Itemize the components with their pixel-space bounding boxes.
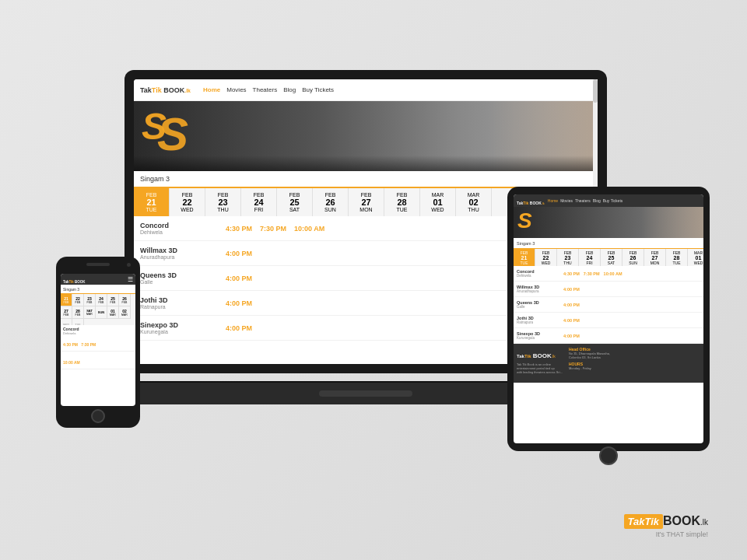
laptop-logo: TakTik BOOK.lk <box>140 86 191 94</box>
phone-logo: TakTik BOOK <box>63 274 86 286</box>
p-date-7[interactable]: 28FEB <box>72 306 84 319</box>
tablet-nav-tickets[interactable]: Buy Tickets <box>603 198 623 203</box>
p-date-1[interactable]: 22FEB <box>72 294 84 306</box>
show-times: 4:00 PM <box>226 250 252 257</box>
p-date-11[interactable]: 02MAR <box>119 306 131 319</box>
t-time-2[interactable]: 7:30 PM <box>584 271 600 276</box>
brand-tak: Tak <box>628 516 645 527</box>
show-time-1[interactable]: 4:00 PM <box>226 275 252 282</box>
show-time-2[interactable]: 7:30 PM <box>260 225 286 233</box>
p-time-3[interactable]: 10:00 AM <box>63 360 80 365</box>
logo-book: BOOK <box>162 86 185 94</box>
date-cell-5[interactable]: FEB 26 SUN <box>313 188 349 216</box>
theater-info: Jothi 3D Ratnapura <box>140 296 226 310</box>
show-time-3[interactable]: 10:00 AM <box>294 225 324 233</box>
phone-menu-icon[interactable]: ☰ <box>128 276 133 283</box>
phone-screen: TakTik BOOK ☰ Singam 3 21FEB 22FEB 23FEB… <box>61 274 135 406</box>
date-cell-0[interactable]: FEB 21 TUE <box>134 188 170 216</box>
brand-book: BOOK <box>663 514 700 528</box>
nav-links: Home Movies Theaters Blog Buy Tickets <box>203 86 334 93</box>
p-theater-loc: Dehiwela <box>63 331 133 335</box>
t-date-3[interactable]: FEB24FRI <box>579 249 601 266</box>
tablet-nav-links: Home Movies Theaters Blog Buy Tickets <box>548 198 623 203</box>
p-time-2[interactable]: 7:30 PM <box>81 342 96 347</box>
show-time-1[interactable]: 4:30 PM <box>226 225 252 233</box>
p-time-1[interactable]: 4:30 PM <box>63 342 78 347</box>
laptop-nav: TakTik BOOK.lk Home Movies Theaters Blog… <box>134 79 598 101</box>
p-date-5[interactable]: 26FEB <box>119 294 131 306</box>
p-date-4[interactable]: 25FEB <box>107 294 119 306</box>
phone-home-button[interactable] <box>91 409 105 423</box>
p-date-8[interactable]: SATMAR <box>84 306 96 319</box>
show-times: 4:30 PM 7:30 PM 10:00 AM <box>226 225 324 233</box>
date-cell-1[interactable]: FEB 22 WED <box>170 188 205 216</box>
theater-info: Concord Dehiwela <box>140 222 226 235</box>
t-time-1[interactable]: 4:30 PM <box>563 271 580 276</box>
t-date-4[interactable]: FEB25SAT <box>601 249 622 266</box>
t-date-7[interactable]: FEB28TUE <box>666 249 688 266</box>
t-time-1[interactable]: 4:00 PM <box>563 287 580 292</box>
t-date-8[interactable]: MAR01WED <box>688 249 703 266</box>
t-time-1[interactable]: 4:00 PM <box>563 318 580 323</box>
tablet-address: No 35, Dharmapala Mawatha,Colombo 03, Sr… <box>569 352 610 359</box>
p-date-6[interactable]: 27FEB <box>61 306 72 319</box>
date-cell-3[interactable]: FEB 24 FRI <box>241 188 277 216</box>
tablet-logo-tak: Tak <box>517 201 523 205</box>
tablet-search: Singam 3 <box>514 238 703 249</box>
date-cell-9[interactable]: MAR 02 THU <box>456 188 492 216</box>
show-times: 4:00 PM <box>226 324 252 332</box>
tablet-nav-blog[interactable]: Blog <box>593 198 601 203</box>
p-theater-concord-2: 10:00 AM <box>61 352 135 369</box>
t-time-1[interactable]: 4:00 PM <box>563 303 580 307</box>
t-theater-concord: Concord Dehiwela 4:30 PM 7:30 PM 10:00 A… <box>514 266 703 282</box>
t-date-5[interactable]: FEB26SUN <box>622 249 644 266</box>
t-theater-queens: Queens 3D Galle 4:00 PM <box>514 297 703 313</box>
tablet-nav-movies[interactable]: Movies <box>560 198 573 203</box>
nav-theaters[interactable]: Theaters <box>253 86 278 93</box>
tablet-footer-desc: Tak Tik Book is an onlineentertainment p… <box>517 362 563 374</box>
nav-blog[interactable]: Blog <box>283 86 296 93</box>
date-cell-4[interactable]: FEB 25 SAT <box>277 188 313 216</box>
theater-location: Anuradhapura <box>140 254 226 260</box>
t-theater-loc: Ratnapura <box>517 320 563 324</box>
t-time-3[interactable]: 10:00 AM <box>604 271 622 276</box>
show-time-1[interactable]: 4:00 PM <box>226 324 252 332</box>
nav-movies[interactable]: Movies <box>226 86 246 93</box>
scrollbar-thumb[interactable] <box>593 79 598 103</box>
t-date-0[interactable]: FEB21TUE <box>514 249 535 266</box>
tablet-logo: TakTik BOOK.lk <box>517 194 545 208</box>
tablet-nav-home[interactable]: Home <box>548 198 558 203</box>
tablet-home-button[interactable] <box>599 446 618 465</box>
brand-logo-container: TakTik BOOK.lk <box>624 514 708 529</box>
t-date-6[interactable]: FEB27MON <box>644 249 666 266</box>
date-cell-2[interactable]: FEB 23 THU <box>205 188 241 216</box>
date-cell-6[interactable]: FEB 27 MON <box>349 188 384 216</box>
show-time-1[interactable]: 4:00 PM <box>226 250 252 257</box>
t-date-1[interactable]: FEB22WED <box>535 249 557 266</box>
date-cell-7[interactable]: FEB 28 TUE <box>384 188 420 216</box>
t-time-1[interactable]: 4:00 PM <box>563 334 580 338</box>
show-time-1[interactable]: 4:00 PM <box>226 299 252 307</box>
date-cell-8[interactable]: MAR 01 WED <box>420 188 456 216</box>
t-date-2[interactable]: FEB23THU <box>557 249 579 266</box>
theater-name: Jothi 3D <box>140 296 226 304</box>
logo-tak: Tak <box>140 86 152 94</box>
search-bar: Singam 3 <box>134 171 598 188</box>
theater-info: Sinexpo 3D Kurunegala <box>140 321 226 334</box>
p-date-2[interactable]: 23FEB <box>84 294 96 306</box>
tablet-nav-theaters[interactable]: Theaters <box>575 198 591 203</box>
tablet-hero-letter: S <box>517 208 532 233</box>
tablet-hero-figure <box>641 207 703 238</box>
p-date-9[interactable]: SUN <box>96 306 107 319</box>
theater-name: Concord <box>140 222 226 229</box>
tablet-footer-logo-tak: Tak <box>517 354 524 359</box>
p-date-0[interactable]: 21FEB <box>61 294 72 306</box>
brand-logo-area: TakTik BOOK.lk It's THAT simple! <box>624 514 708 538</box>
phone-body: TakTik BOOK ☰ Singam 3 21FEB 22FEB 23FEB… <box>56 257 140 428</box>
nav-buy-tickets[interactable]: Buy Tickets <box>302 86 334 93</box>
t-theater-willmax: Willmax 3D Anuradhapura 4:00 PM <box>514 282 703 297</box>
p-date-3[interactable]: 24FEB <box>96 294 107 306</box>
nav-home[interactable]: Home <box>203 86 220 93</box>
p-date-10[interactable]: 01MAR <box>107 306 119 319</box>
t-theater-loc: Kurunegala <box>517 336 563 340</box>
